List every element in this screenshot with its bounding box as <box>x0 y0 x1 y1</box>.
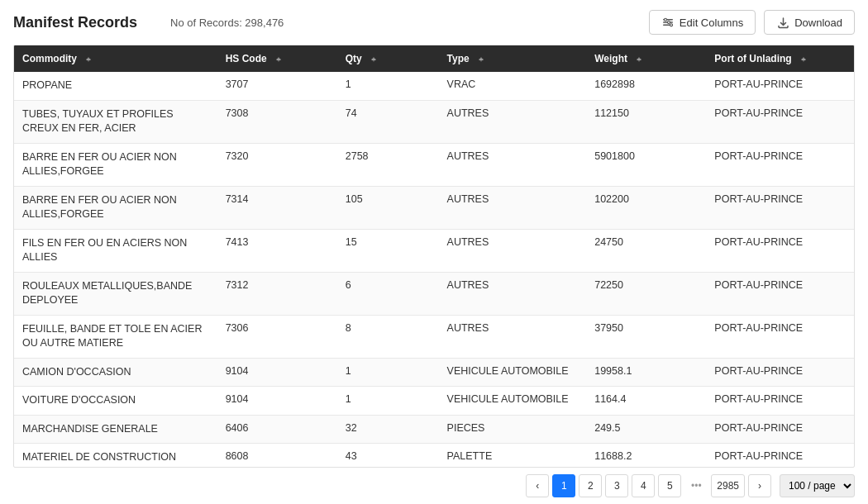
cell-weight: 102200 <box>586 186 706 229</box>
cell-type: AUTRES <box>439 143 587 186</box>
download-button[interactable]: Download <box>764 10 855 35</box>
page-4-button[interactable]: 4 <box>632 474 655 497</box>
cell-type: PIECES <box>439 415 587 444</box>
cell-weight: 19958.1 <box>586 358 706 387</box>
cell-port: PORT-AU-PRINCE <box>706 415 854 444</box>
sort-weight-icon <box>635 55 643 64</box>
cell-hs-code: 3707 <box>217 72 337 100</box>
cell-port: PORT-AU-PRINCE <box>706 444 854 468</box>
page-1-button[interactable]: 1 <box>552 474 575 497</box>
cell-type: AUTRES <box>439 272 587 315</box>
cell-type: VEHICULE AUTOMOBILE <box>439 387 587 416</box>
svg-point-5 <box>670 24 672 26</box>
cell-type: AUTRES <box>439 315 587 358</box>
cell-hs-code: 6406 <box>217 415 337 444</box>
cell-port: PORT-AU-PRINCE <box>706 186 854 229</box>
table-row: MATERIEL DE CONSTRUCTION 8608 43 PALETTE… <box>14 444 854 468</box>
sort-port-icon <box>799 55 808 64</box>
cell-hs-code: 8608 <box>217 444 337 468</box>
col-weight[interactable]: Weight <box>586 45 706 72</box>
table-header-row: Commodity HS Code Qty <box>14 45 854 72</box>
cell-qty: 2758 <box>337 143 439 186</box>
header-row: Manifest Records No of Records: 298,476 … <box>13 10 855 35</box>
cell-commodity: BARRE EN FER OU ACIER NON ALLIES,FORGEE <box>14 143 217 186</box>
cell-commodity: FILS EN FER OU EN ACIERS NON ALLIES <box>14 229 217 272</box>
cell-commodity: MARCHANDISE GENERALE <box>14 415 217 444</box>
cell-port: PORT-AU-PRINCE <box>706 72 854 100</box>
cell-hs-code: 7413 <box>217 229 337 272</box>
cell-commodity: PROPANE <box>14 72 217 100</box>
svg-point-4 <box>667 21 670 24</box>
cell-weight: 112150 <box>586 100 706 143</box>
edit-columns-label: Edit Columns <box>680 17 743 29</box>
cell-commodity: CAMION D'OCCASION <box>14 358 217 387</box>
page-dots: ••• <box>684 474 708 497</box>
page-size-select[interactable]: 100 / page 50 / page 200 / page <box>780 474 855 497</box>
cell-commodity: BARRE EN FER OU ACIER NON ALLIES,FORGEE <box>14 186 217 229</box>
cell-qty: 1 <box>337 387 439 416</box>
prev-page-button[interactable]: ‹ <box>526 474 549 497</box>
cell-hs-code: 7320 <box>217 143 337 186</box>
cell-qty: 8 <box>337 315 439 358</box>
cell-type: AUTRES <box>439 186 587 229</box>
page-last-button[interactable]: 2985 <box>711 474 745 497</box>
cell-weight: 249.5 <box>586 415 706 444</box>
cell-port: PORT-AU-PRINCE <box>706 315 854 358</box>
sort-hscode-icon <box>274 55 283 64</box>
page-3-button[interactable]: 3 <box>605 474 628 497</box>
cell-type: VRAC <box>439 72 587 100</box>
cell-weight: 1164.4 <box>586 387 706 416</box>
download-label: Download <box>794 17 842 29</box>
cell-commodity: TUBES, TUYAUX ET PROFILES CREUX EN FER, … <box>14 100 217 143</box>
cell-port: PORT-AU-PRINCE <box>706 143 854 186</box>
cell-port: PORT-AU-PRINCE <box>706 100 854 143</box>
cell-qty: 105 <box>337 186 439 229</box>
cell-commodity: VOITURE D'OCCASION <box>14 387 217 416</box>
table-body: PROPANE 3707 1 VRAC 1692898 PORT-AU-PRIN… <box>14 72 854 467</box>
page-title: Manifest Records <box>13 14 137 31</box>
page-2-button[interactable]: 2 <box>579 474 602 497</box>
cell-qty: 6 <box>337 272 439 315</box>
cell-qty: 74 <box>337 100 439 143</box>
record-count: No of Records: 298,476 <box>170 17 284 29</box>
cell-commodity: FEUILLE, BANDE ET TOLE EN ACIER OU AUTRE… <box>14 315 217 358</box>
table-row: FILS EN FER OU EN ACIERS NON ALLIES 7413… <box>14 229 854 272</box>
page-wrapper: Manifest Records No of Records: 298,476 … <box>0 0 868 504</box>
cell-commodity: MATERIEL DE CONSTRUCTION <box>14 444 217 468</box>
table-container: Commodity HS Code Qty <box>13 45 855 468</box>
table-row: ROULEAUX METALLIQUES,BANDE DEPLOYEE 7312… <box>14 272 854 315</box>
edit-columns-icon <box>661 16 675 29</box>
col-port[interactable]: Port of Unlading <box>706 45 854 72</box>
cell-weight: 72250 <box>586 272 706 315</box>
cell-type: AUTRES <box>439 229 587 272</box>
cell-qty: 1 <box>337 72 439 100</box>
cell-hs-code: 7312 <box>217 272 337 315</box>
cell-port: PORT-AU-PRINCE <box>706 272 854 315</box>
data-table: Commodity HS Code Qty <box>14 45 854 467</box>
cell-type: VEHICULE AUTOMOBILE <box>439 358 587 387</box>
cell-hs-code: 7306 <box>217 315 337 358</box>
cell-hs-code: 7308 <box>217 100 337 143</box>
table-row: BARRE EN FER OU ACIER NON ALLIES,FORGEE … <box>14 143 854 186</box>
cell-hs-code: 7314 <box>217 186 337 229</box>
table-scroll[interactable]: Commodity HS Code Qty <box>14 45 854 467</box>
download-icon <box>776 16 789 29</box>
pagination-row: ‹ 1 2 3 4 5 ••• 2985 › 100 / page 50 / p… <box>13 468 855 504</box>
col-qty[interactable]: Qty <box>337 45 439 72</box>
cell-qty: 43 <box>337 444 439 468</box>
page-5-button[interactable]: 5 <box>658 474 681 497</box>
edit-columns-button[interactable]: Edit Columns <box>649 10 756 35</box>
next-page-button[interactable]: › <box>748 474 771 497</box>
sort-qty-icon <box>370 55 378 64</box>
svg-point-3 <box>664 18 666 21</box>
col-hs-code[interactable]: HS Code <box>217 45 337 72</box>
col-commodity[interactable]: Commodity <box>14 45 217 72</box>
header-actions: Edit Columns Download <box>649 10 855 35</box>
cell-type: PALETTE <box>439 444 587 468</box>
cell-qty: 32 <box>337 415 439 444</box>
cell-qty: 15 <box>337 229 439 272</box>
sort-commodity-icon <box>84 55 93 64</box>
cell-weight: 11688.2 <box>586 444 706 468</box>
cell-weight: 24750 <box>586 229 706 272</box>
col-type[interactable]: Type <box>439 45 587 72</box>
